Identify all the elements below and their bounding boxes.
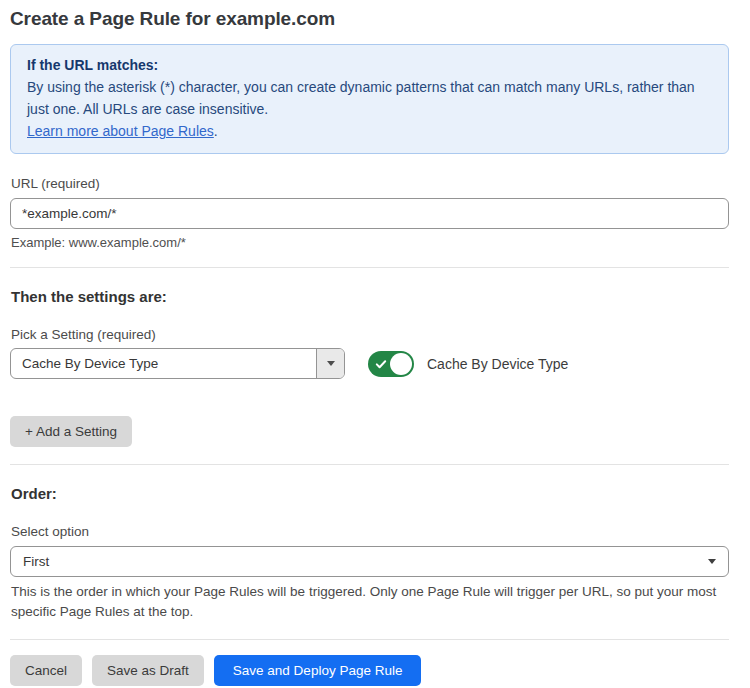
caret-down-icon (327, 361, 335, 366)
cancel-button[interactable]: Cancel (10, 655, 82, 686)
learn-more-link[interactable]: Learn more about Page Rules (27, 123, 214, 139)
footer-actions: Cancel Save as Draft Save and Deploy Pag… (10, 655, 729, 686)
save-draft-button[interactable]: Save as Draft (92, 655, 204, 686)
url-field-label: URL (required) (11, 176, 729, 191)
save-deploy-button[interactable]: Save and Deploy Page Rule (214, 655, 422, 686)
setting-select-caret-button[interactable] (316, 349, 344, 378)
order-help-text: This is the order in which your Page Rul… (11, 582, 729, 622)
setting-picker-label: Pick a Setting (required) (11, 327, 729, 342)
url-match-info-box: If the URL matches: By using the asteris… (10, 44, 729, 154)
settings-section-heading: Then the settings are: (11, 288, 729, 305)
order-select-value: First (23, 554, 49, 569)
divider (10, 464, 729, 465)
cache-by-device-type-toggle[interactable] (368, 351, 414, 377)
create-page-rule-form: Create a Page Rule for example.com If th… (0, 0, 750, 688)
setting-select[interactable]: Cache By Device Type (10, 348, 345, 379)
url-input[interactable] (10, 198, 729, 229)
order-select-label: Select option (11, 524, 729, 539)
order-section-heading: Order: (11, 485, 729, 502)
info-box-heading: If the URL matches: (27, 54, 712, 76)
page-title: Create a Page Rule for example.com (10, 8, 729, 30)
add-setting-button[interactable]: + Add a Setting (10, 416, 132, 447)
order-select[interactable]: First (10, 546, 729, 577)
toggle-knob (390, 353, 412, 375)
setting-row: Cache By Device Type Cache By Device Typ… (10, 348, 729, 379)
check-icon (375, 358, 387, 370)
setting-select-value: Cache By Device Type (11, 349, 316, 378)
caret-down-icon (708, 559, 716, 564)
url-field-hint: Example: www.example.com/* (11, 235, 729, 250)
info-box-link-line: Learn more about Page Rules. (27, 120, 712, 142)
divider (10, 639, 729, 640)
divider (10, 267, 729, 268)
info-box-body: By using the asterisk (*) character, you… (27, 76, 712, 120)
link-period: . (214, 123, 218, 139)
setting-toggle-label: Cache By Device Type (427, 356, 568, 372)
